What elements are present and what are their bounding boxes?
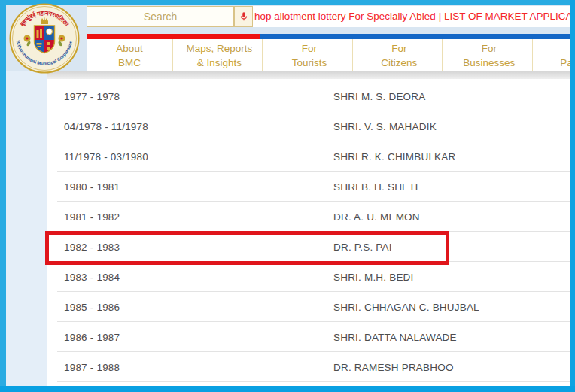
row-period: 04/1978 - 11/1978 bbox=[47, 121, 333, 132]
row-name: DR. A. U. MEMON bbox=[333, 211, 570, 223]
row-name: SHRI. V. S. MAHADIK bbox=[333, 121, 570, 132]
row-period: 1977 - 1978 bbox=[47, 91, 333, 102]
table-row: 1981 - 1982 DR. A. U. MEMON bbox=[47, 202, 570, 232]
bmc-logo[interactable]: बृहन्मुंबई महानगरपालिका Brihanmumbai Mun… bbox=[9, 3, 80, 74]
main-navigation: About BMC Maps, Reports & Insights For T… bbox=[87, 39, 570, 71]
search-input[interactable] bbox=[87, 6, 234, 27]
tab-for-tourists[interactable]: For Tourists bbox=[266, 39, 353, 71]
row-name: SHRI. M.H. BEDI bbox=[333, 272, 570, 283]
row-period: 1985 - 1986 bbox=[47, 302, 333, 313]
row-period: 1982 - 1983 bbox=[47, 242, 333, 253]
mayors-list-table: 1977 - 1978 SHRI M. S. DEORA 04/1978 - 1… bbox=[47, 79, 570, 386]
table-row: 04/1978 - 11/1978 SHRI. V. S. MAHADIK bbox=[47, 111, 570, 141]
row-name: SHRI. CHHAGAN C. BHUJBAL bbox=[333, 302, 570, 313]
row-name: SHRI R. K. CHIMBULKAR bbox=[333, 151, 570, 163]
row-name: DR. P.S. PAI bbox=[333, 242, 570, 253]
voice-search-button[interactable] bbox=[234, 6, 253, 27]
row-period: 1981 - 1982 bbox=[47, 211, 333, 223]
table-row: 1985 - 1986 SHRI. CHHAGAN C. BHUJBAL bbox=[47, 292, 570, 322]
table-row: 11/1978 - 03/1980 SHRI R. K. CHIMBULKAR bbox=[47, 141, 570, 172]
header-shadow-strip bbox=[47, 71, 570, 79]
row-divider bbox=[57, 381, 570, 382]
row-name: SHRI B. H. SHETE bbox=[333, 181, 570, 193]
table-row-highlighted: 1982 - 1983 DR. P.S. PAI bbox=[47, 232, 570, 262]
row-name: SHRI M. S. DEORA bbox=[333, 91, 570, 102]
row-period: 1980 - 1981 bbox=[47, 181, 333, 193]
row-period: 1983 - 1984 bbox=[47, 272, 333, 283]
row-period: 1986 - 1987 bbox=[47, 332, 333, 343]
table-row: 1977 - 1978 SHRI M. S. DEORA bbox=[47, 81, 570, 111]
table-row: 1980 - 1981 SHRI B. H. SHETE bbox=[47, 172, 570, 202]
frame-border-bottom bbox=[0, 386, 575, 392]
microphone-icon bbox=[239, 10, 249, 23]
row-name: DR. RAMESH PRABHOO bbox=[333, 362, 570, 373]
tab-for-citizens[interactable]: For Citizens bbox=[356, 39, 443, 71]
tab-for-partners[interactable]: For Partners bbox=[536, 39, 570, 71]
table-row: 1986 - 1987 SHRI. DATTA NALAWADE bbox=[47, 322, 570, 352]
left-margin-panel bbox=[6, 71, 47, 386]
tab-for-businesses[interactable]: For Businesses bbox=[446, 39, 533, 71]
tab-accent-bar-red bbox=[87, 34, 260, 39]
table-row: 1987 - 1988 DR. RAMESH PRABHOO bbox=[47, 352, 570, 382]
tab-about-bmc[interactable]: About BMC bbox=[87, 39, 173, 71]
tab-maps-reports-insights[interactable]: Maps, Reports & Insights bbox=[176, 39, 263, 71]
table-row: 1983 - 1984 SHRI. M.H. BEDI bbox=[47, 262, 570, 292]
tab-accent-bar-blue bbox=[260, 34, 570, 39]
row-name: SHRI. DATTA NALAWADE bbox=[333, 332, 570, 343]
news-ticker-text: hop allotment lottery For Specially Able… bbox=[253, 6, 570, 27]
frame-border-right bbox=[570, 0, 575, 392]
bmc-webpage: बृहन्मुंबई महानगरपालिका Brihanmumbai Mun… bbox=[0, 0, 575, 392]
news-ticker[interactable]: hop allotment lottery For Specially Able… bbox=[253, 6, 570, 27]
row-period: 1987 - 1988 bbox=[47, 362, 333, 373]
row-period: 11/1978 - 03/1980 bbox=[47, 151, 333, 163]
